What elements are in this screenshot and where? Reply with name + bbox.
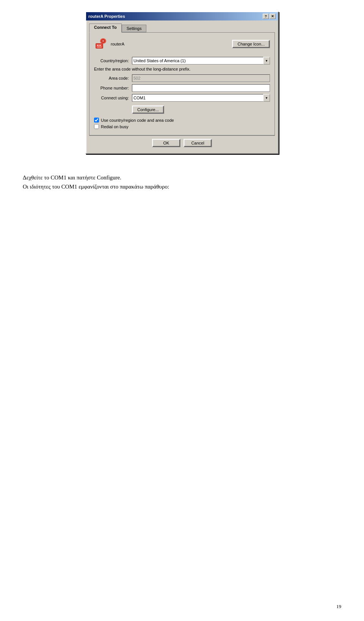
tab-connect-to[interactable]: Connect To [89,24,122,33]
tab-settings[interactable]: Settings [122,25,147,32]
close-button[interactable]: ✕ [270,14,276,19]
connect-select-wrapper: ▼ [132,94,270,102]
country-row: Country/region: ▼ [94,57,270,64]
checkbox-use-country-label: Use country/region code and area code [101,118,174,123]
icon-name-left: routerA [94,37,124,51]
dialog-title: routerA Properties [88,14,125,19]
phone-input[interactable] [132,84,270,92]
hint-text: Enter the area code without the long-dis… [94,67,270,71]
country-select[interactable] [132,57,270,64]
tab-content: routerA Change Icon... Country/region: ▼ [89,32,275,135]
checkbox-redial[interactable] [94,124,99,129]
help-button[interactable]: ? [263,14,269,19]
svg-rect-4 [97,45,99,46]
checkbox-use-country[interactable] [94,118,99,123]
svg-rect-6 [97,47,102,47]
titlebar-buttons: ? ✕ [263,14,276,19]
cancel-button[interactable]: Cancel [184,139,212,147]
configure-button[interactable]: Configure... [132,105,164,114]
router-icon [94,37,108,51]
page-text-line2: Οι ιδιότητες του COM1 εμφανίζονται στο π… [23,184,169,190]
connect-select[interactable] [132,94,270,102]
country-label: Country/region: [94,58,132,63]
checkbox-use-country-row: Use country/region code and area code [94,118,270,123]
page-text-line1: Δεχθείτε το COM1 και πατήστε Configure. [23,175,121,181]
connect-using-row: Connect using: ▼ [94,94,270,102]
svg-point-7 [102,40,104,42]
checkbox-redial-row: Redial on busy [94,124,270,129]
checkbox-redial-label: Redial on busy [101,124,129,129]
dialog-body: Connect To Settings [86,20,278,153]
tabs-container: Connect To Settings [89,24,275,32]
page-text: Δεχθείτε το COM1 και πατήστε Configure. … [23,173,169,191]
country-select-wrapper: ▼ [132,57,270,64]
properties-dialog: routerA Properties ? ✕ Connect To Settin… [85,11,279,154]
area-code-row: Area code: [94,74,270,82]
country-dropdown-arrow[interactable]: ▼ [263,57,270,64]
icon-name-row: routerA Change Icon... [94,37,270,51]
configure-row: Configure... [94,105,270,114]
svg-rect-5 [99,45,101,46]
area-code-input[interactable] [132,74,270,82]
page-number: 19 [336,604,341,610]
area-code-label: Area code: [94,76,132,80]
ok-button[interactable]: OK [152,139,180,147]
phone-row: Phone number: [94,84,270,92]
phone-label: Phone number: [94,86,132,90]
connect-dropdown-arrow[interactable]: ▼ [263,94,270,102]
change-icon-button[interactable]: Change Icon... [232,40,270,48]
dialog-footer: OK Cancel [89,135,275,150]
titlebar: routerA Properties ? ✕ [86,12,278,20]
connect-using-label: Connect using: [94,96,132,100]
router-name: routerA [111,42,124,46]
